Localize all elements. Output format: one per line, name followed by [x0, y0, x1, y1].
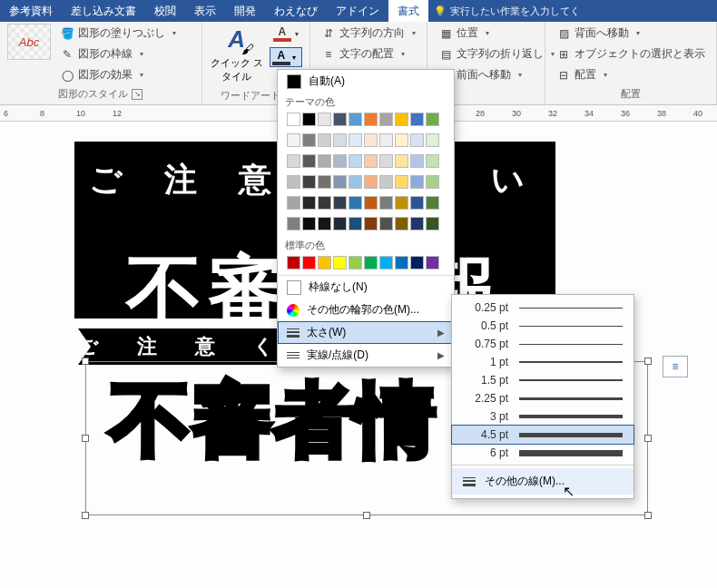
color-swatch[interactable] [287, 256, 300, 270]
color-swatch[interactable] [349, 196, 362, 210]
text-fill-button[interactable]: A▾ [270, 24, 302, 44]
more-colors-item[interactable]: その他の輪郭の色(M)... [278, 299, 454, 321]
color-swatch[interactable] [302, 217, 316, 230]
color-swatch[interactable] [379, 217, 393, 230]
text-direction-button[interactable]: ⇵文字列の方向 [318, 24, 419, 43]
color-swatch[interactable] [318, 175, 331, 189]
color-swatch[interactable] [287, 154, 300, 168]
color-swatch[interactable] [333, 133, 347, 147]
tab-参考資料[interactable]: 参考資料 [0, 0, 62, 22]
color-swatch[interactable] [426, 133, 439, 147]
text-outline-button[interactable]: A▾ [270, 47, 302, 67]
color-swatch[interactable] [318, 196, 331, 210]
weight-option[interactable]: 0.75 pt [452, 335, 634, 353]
color-swatch[interactable] [364, 133, 378, 147]
color-swatch[interactable] [379, 113, 393, 126]
color-swatch[interactable] [333, 113, 347, 126]
color-swatch[interactable] [302, 154, 316, 168]
position-button[interactable]: ▦位置 [435, 24, 558, 43]
color-swatch[interactable] [379, 175, 393, 189]
weight-option[interactable]: 0.25 pt [452, 299, 634, 317]
color-swatch[interactable] [333, 196, 347, 210]
weight-option[interactable]: 0.5 pt [452, 317, 634, 335]
color-swatch[interactable] [333, 175, 347, 189]
color-swatch[interactable] [333, 154, 347, 168]
color-swatch[interactable] [333, 256, 347, 270]
color-swatch[interactable] [364, 196, 378, 210]
text-align-button[interactable]: ≡文字の配置 [318, 44, 419, 64]
color-swatch[interactable] [302, 196, 316, 210]
handle-tl[interactable] [82, 358, 89, 365]
tab-アドイン[interactable]: アドイン [327, 0, 388, 22]
layout-options-button[interactable]: ≡ [663, 356, 688, 377]
shape-style-gallery[interactable]: Abc [7, 24, 51, 60]
color-swatch[interactable] [318, 256, 331, 270]
color-swatch[interactable] [318, 217, 331, 230]
color-swatch[interactable] [410, 196, 424, 210]
color-swatch[interactable] [302, 175, 316, 189]
align-button[interactable]: ⊟配置 [553, 65, 709, 84]
color-swatch[interactable] [395, 196, 408, 210]
tab-開発[interactable]: 開発 [225, 0, 265, 22]
tab-書式[interactable]: 書式 [388, 0, 428, 22]
color-swatch[interactable] [364, 113, 378, 126]
color-swatch[interactable] [410, 154, 424, 168]
color-swatch[interactable] [364, 256, 378, 270]
shape-outline-button[interactable]: ✎図形の枠線 [56, 44, 180, 64]
selection-pane-button[interactable]: ⊞オブジェクトの選択と表示 [553, 44, 709, 64]
color-swatch[interactable] [287, 133, 300, 147]
dashes-item[interactable]: 実線/点線(D)▶ [278, 344, 454, 367]
color-swatch[interactable] [349, 113, 362, 126]
color-swatch[interactable] [364, 217, 378, 230]
color-swatch[interactable] [410, 133, 424, 147]
color-swatch[interactable] [426, 113, 439, 126]
weight-option[interactable]: 1.5 pt [452, 371, 634, 389]
tab-わえなび[interactable]: わえなび [265, 0, 327, 22]
color-swatch[interactable] [318, 113, 331, 126]
color-swatch[interactable] [349, 256, 362, 270]
color-swatch[interactable] [287, 217, 300, 230]
handle-mr[interactable] [644, 435, 652, 442]
color-swatch[interactable] [349, 175, 362, 189]
color-swatch[interactable] [426, 217, 439, 230]
color-swatch[interactable] [302, 256, 316, 270]
more-lines-item[interactable]: その他の線(M)... [452, 468, 634, 495]
color-swatch[interactable] [410, 175, 424, 189]
wordart-text[interactable]: 不審者情 [111, 367, 437, 475]
weight-option[interactable]: 2.25 pt [452, 389, 634, 407]
weight-option[interactable]: 4.5 pt [452, 426, 634, 444]
handle-ml[interactable] [82, 435, 89, 442]
color-swatch[interactable] [364, 175, 378, 189]
tab-校閲[interactable]: 校閲 [145, 0, 185, 22]
quick-styles-button[interactable]: A🖌 クイック スタイル [210, 24, 264, 83]
color-swatch[interactable] [287, 196, 300, 210]
color-swatch[interactable] [395, 133, 408, 147]
tab-差し込み文書[interactable]: 差し込み文書 [62, 0, 145, 22]
color-swatch[interactable] [395, 256, 408, 270]
handle-br[interactable] [644, 512, 652, 519]
weight-option[interactable]: 1 pt [452, 353, 634, 371]
color-swatch[interactable] [302, 113, 316, 126]
color-swatch[interactable] [333, 217, 347, 230]
color-swatch[interactable] [379, 196, 393, 210]
color-swatch[interactable] [379, 154, 393, 168]
color-swatch[interactable] [395, 154, 408, 168]
color-swatch[interactable] [349, 154, 362, 168]
weight-item[interactable]: 太さ(W)▶ [278, 321, 454, 344]
tab-表示[interactable]: 表示 [185, 0, 225, 22]
color-swatch[interactable] [426, 196, 439, 210]
shape-effects-button[interactable]: ◯図形の効果 [56, 65, 180, 84]
weight-option[interactable]: 3 pt [452, 407, 634, 426]
color-swatch[interactable] [395, 113, 408, 126]
wrap-text-button[interactable]: ▤文字列の折り返し [435, 44, 558, 64]
auto-color-item[interactable]: 自動(A) [278, 70, 454, 93]
color-swatch[interactable] [287, 113, 300, 126]
color-swatch[interactable] [410, 256, 424, 270]
no-outline-item[interactable]: 枠線なし(N) [278, 276, 454, 299]
color-swatch[interactable] [410, 113, 424, 126]
handle-bl[interactable] [82, 512, 89, 519]
handle-tr[interactable] [644, 358, 652, 365]
color-swatch[interactable] [349, 133, 362, 147]
weight-option[interactable]: 6 pt [452, 444, 634, 462]
handle-bc[interactable] [363, 512, 370, 519]
